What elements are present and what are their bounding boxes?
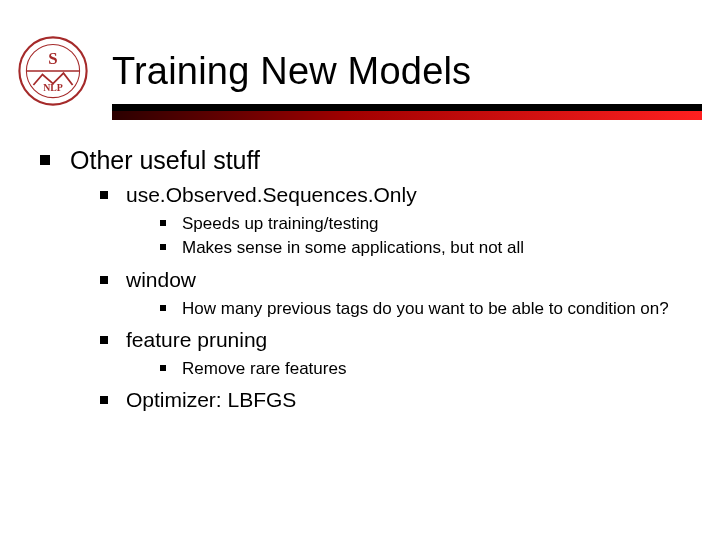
bullet-text: feature pruning (126, 328, 267, 352)
square-bullet-icon (100, 191, 108, 199)
title-underline-bar (112, 104, 702, 120)
bullet-level2: Optimizer: LBFGS (100, 388, 690, 412)
square-bullet-icon (100, 396, 108, 404)
square-bullet-icon (160, 244, 166, 250)
bullet-text: Makes sense in some applications, but no… (182, 237, 524, 258)
bullet-text: How many previous tags do you want to be… (182, 298, 669, 319)
square-bullet-icon (100, 276, 108, 284)
square-bullet-icon (160, 365, 166, 371)
bullet-level3: Makes sense in some applications, but no… (160, 237, 690, 258)
square-bullet-icon (40, 155, 50, 165)
bullet-text: Optimizer: LBFGS (126, 388, 296, 412)
square-bullet-icon (100, 336, 108, 344)
square-bullet-icon (160, 220, 166, 226)
bullet-text: Other useful stuff (70, 146, 260, 175)
bullet-text: use.Observed.Sequences.Only (126, 183, 417, 207)
square-bullet-icon (160, 305, 166, 311)
bullet-text: Speeds up training/testing (182, 213, 379, 234)
slide: S NLP Training New Models Other useful s… (0, 0, 720, 540)
slide-content: Other useful stuff use.Observed.Sequence… (40, 146, 690, 418)
bullet-text: window (126, 268, 196, 292)
bullet-level3: Speeds up training/testing (160, 213, 690, 234)
slide-title: Training New Models (112, 50, 471, 93)
bullet-level2: use.Observed.Sequences.Only (100, 183, 690, 207)
logo-top-text: S (48, 49, 57, 68)
bullet-level3: How many previous tags do you want to be… (160, 298, 690, 319)
bullet-level2: window (100, 268, 690, 292)
bullet-level3: Remove rare features (160, 358, 690, 379)
logo-bottom-text: NLP (43, 82, 63, 93)
bullet-level1: Other useful stuff (40, 146, 690, 175)
bullet-level2: feature pruning (100, 328, 690, 352)
bullet-text: Remove rare features (182, 358, 346, 379)
stanford-nlp-logo-icon: S NLP (18, 36, 88, 106)
